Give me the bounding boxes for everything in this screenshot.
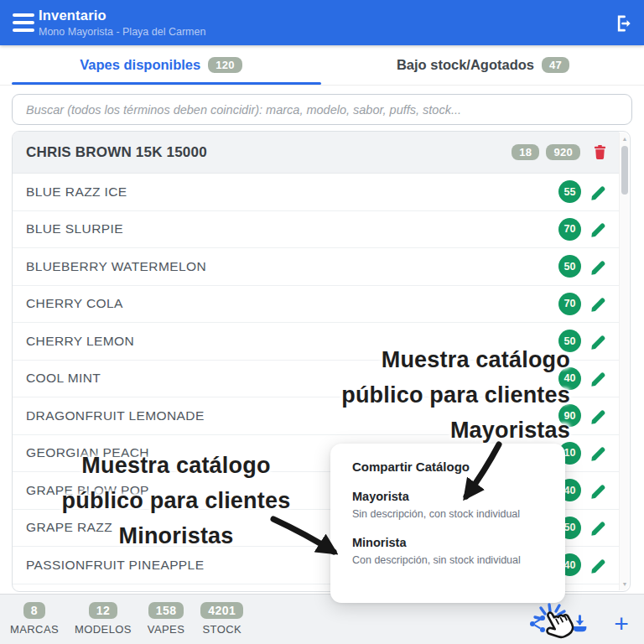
catalog-option[interactable]: Minorista Con descripción, sin stock ind… — [352, 536, 543, 566]
edit-pencil-icon[interactable] — [589, 257, 609, 277]
scroll-down-icon[interactable]: ▼ — [620, 581, 630, 587]
stat-value-badge: 12 — [89, 602, 118, 619]
catalog-option[interactable]: Mayorista Sin descripción, con stock ind… — [352, 490, 543, 520]
flavor-row: BLUE SLURPIE 70 — [13, 211, 619, 249]
action-buttons: + — [527, 613, 632, 635]
edit-pencil-icon[interactable] — [589, 406, 609, 426]
edit-pencil-icon[interactable] — [589, 555, 609, 575]
stock-badge: 55 — [558, 180, 581, 203]
search-input[interactable] — [12, 94, 632, 125]
edit-pencil-icon[interactable] — [589, 368, 609, 388]
share-catalog-button[interactable] — [527, 613, 548, 635]
scrollbar-thumb[interactable] — [621, 146, 628, 195]
catalog-option-description: Sin descripción, con stock individual — [352, 508, 543, 520]
active-tab-underline — [12, 82, 321, 85]
edit-pencil-icon[interactable] — [589, 219, 609, 239]
app-window: Inventario Mono Mayorista - Playa del Ca… — [0, 0, 644, 644]
flavor-name: BLUEBERRY WATERMELON — [26, 259, 558, 274]
scrollbar[interactable]: ▲ ▼ — [619, 132, 629, 590]
flavor-name: CHERRY COLA — [26, 296, 558, 311]
edit-pencil-icon[interactable] — [589, 182, 609, 202]
annotation-mayorista: Muestra catálogo público para clientes M… — [341, 342, 570, 448]
catalog-option-description: Con descripción, sin stock individual — [352, 554, 543, 566]
trash-icon[interactable] — [590, 143, 609, 163]
flavor-name: BLUE SLURPIE — [26, 221, 558, 236]
stock-badge: 70 — [558, 218, 581, 241]
stock-badge: 50 — [558, 255, 581, 278]
brand-stock-badge: 920 — [546, 144, 580, 160]
flavor-name: BLUE RAZZ ICE — [26, 184, 558, 200]
download-icon[interactable] — [569, 613, 590, 635]
stock-badge: 70 — [558, 293, 581, 315]
tab-bajo-stock-agotados[interactable]: Bajo stock/Agotados 47 — [322, 45, 644, 85]
scroll-up-icon[interactable]: ▲ — [620, 136, 630, 142]
stat-label: MARCAS — [10, 623, 59, 636]
page-title: Inventario — [39, 8, 106, 23]
search-bar — [12, 94, 632, 125]
stat-value-badge: 4201 — [200, 602, 243, 619]
inventory-stats: 8 MARCAS 12 MODELOS 158 VAPES 4201 STOCK — [10, 602, 243, 636]
plus-icon[interactable]: + — [610, 613, 632, 635]
page-subtitle: Mono Mayorista - Playa del Carmen — [39, 26, 205, 38]
logout-icon[interactable] — [612, 13, 634, 34]
tab-vapes-disponibles[interactable]: Vapes disponibles 120 — [0, 45, 322, 85]
brand-card-header: CHRIS BROWN 15K 15000 18 920 — [13, 132, 619, 174]
stat-item: 158 VAPES — [148, 602, 184, 636]
hamburger-menu-icon[interactable] — [13, 13, 34, 32]
tab-count-badge: 120 — [208, 57, 242, 73]
catalog-option-label: Minorista — [352, 536, 543, 549]
flavor-row: BLUEBERRY WATERMELON 50 — [13, 248, 619, 286]
edit-pencil-icon[interactable] — [589, 293, 609, 314]
edit-pencil-icon[interactable] — [589, 480, 609, 501]
stat-item: 8 MARCAS — [10, 602, 59, 636]
flavor-row: CHERRY COLA 70 — [13, 286, 619, 324]
stat-label: VAPES — [148, 623, 184, 636]
stat-label: STOCK — [203, 623, 242, 636]
tab-label: Vapes disponibles — [80, 57, 200, 73]
edit-pencil-icon[interactable] — [589, 331, 609, 351]
share-catalog-popup: Compartir Catálogo Mayorista Sin descrip… — [330, 444, 565, 603]
popup-title: Compartir Catálogo — [352, 460, 543, 474]
stat-value-badge: 8 — [23, 602, 45, 619]
flavor-row: BLUE RAZZ ICE 55 — [13, 174, 619, 211]
stat-value-badge: 158 — [148, 602, 184, 619]
brand-title: CHRIS BROWN 15K 15000 — [26, 144, 512, 161]
tab-label: Bajo stock/Agotados — [397, 57, 534, 73]
tab-count-badge: 47 — [542, 57, 569, 73]
popup-options: Mayorista Sin descripción, con stock ind… — [352, 490, 543, 566]
tab-bar: Vapes disponibles 120 Bajo stock/Agotado… — [0, 45, 644, 86]
app-header: Inventario Mono Mayorista - Playa del Ca… — [0, 0, 644, 45]
stat-item: 4201 STOCK — [200, 602, 243, 636]
edit-pencil-icon[interactable] — [589, 443, 609, 463]
stat-item: 12 MODELOS — [75, 602, 132, 636]
catalog-option-label: Mayorista — [352, 490, 543, 503]
stat-label: MODELOS — [75, 623, 132, 636]
edit-pencil-icon[interactable] — [589, 517, 609, 538]
flavor-count-badge: 18 — [512, 144, 539, 160]
annotation-minorista: Muestra catálogo público para clientes M… — [25, 448, 327, 553]
